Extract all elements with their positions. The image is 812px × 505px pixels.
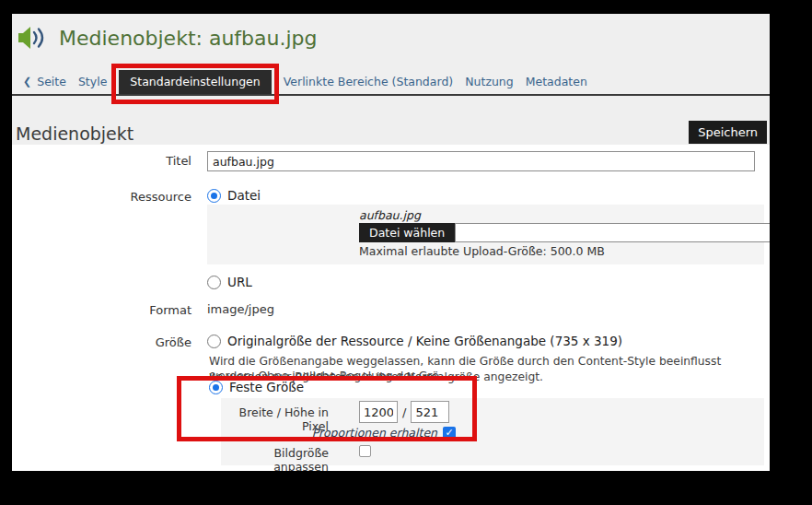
section-title: Medienobjekt xyxy=(16,123,133,144)
original-size-radio-label: Originalgröße der Ressource / Keine Größ… xyxy=(227,334,622,348)
check-icon: ✓ xyxy=(445,428,453,438)
proportions-checkbox[interactable]: ✓ xyxy=(443,427,456,440)
chevron-left-icon: ❮ xyxy=(23,70,31,94)
url-radio[interactable] xyxy=(207,276,221,289)
max-upload-note: Maximal erlaubte Upload-Größe: 500.0 MB xyxy=(359,244,605,258)
original-size-radio[interactable] xyxy=(207,335,221,348)
page-title: Medienobjekt: aufbau.jpg xyxy=(59,27,318,50)
url-radio-label: URL xyxy=(227,275,252,289)
format-value: image/jpeg xyxy=(207,302,274,316)
datei-radio[interactable] xyxy=(207,189,221,203)
file-input-box[interactable] xyxy=(455,223,770,242)
header-zone: Medienobjekt: aufbau.jpg ❮ Seite Style S… xyxy=(12,14,770,145)
resize-checkbox[interactable] xyxy=(359,445,371,457)
choose-file-button[interactable]: Datei wählen xyxy=(359,223,455,242)
tab-seite-label: Seite xyxy=(37,70,66,94)
tab-style-label: Style xyxy=(78,70,107,94)
tabbar: ❮ Seite Style Standardeinstellungen Verl… xyxy=(12,70,770,96)
app-header: Medienobjekt: aufbau.jpg xyxy=(17,25,318,51)
tab-verlinkte-bereiche[interactable]: Verlinkte Bereiche (Standard) xyxy=(284,70,453,94)
file-input: Datei wählen xyxy=(359,223,770,242)
resize-label: Bildgröße anpassen xyxy=(221,446,329,471)
datei-radio-label: Datei xyxy=(227,188,261,203)
dimensions-inputs: / xyxy=(359,401,449,423)
file-panel: aufbau.jpg Datei wählen Maximal erlaubte… xyxy=(207,205,764,264)
datei-radio-row: Datei xyxy=(207,188,261,203)
speaker-icon xyxy=(17,25,49,51)
titel-label: Titel xyxy=(12,154,191,168)
dimensions-separator: / xyxy=(402,405,406,419)
proportions-label: Proportionen erhalten xyxy=(312,426,437,440)
save-button[interactable]: Speichern xyxy=(689,121,767,144)
fixed-size-panel: Breite / Höhe in Pixel / Proportionen er… xyxy=(221,398,764,465)
tab-style[interactable]: Style xyxy=(78,70,107,94)
titel-input[interactable] xyxy=(207,151,755,171)
tab-standardeinstellungen[interactable]: Standardeinstellungen xyxy=(119,70,271,94)
fixed-size-radio-label: Feste Größe xyxy=(229,380,304,394)
page: Medienobjekt: aufbau.jpg ❮ Seite Style S… xyxy=(12,14,770,471)
tab-nutzung-label: Nutzung xyxy=(465,70,514,94)
tab-metadaten-label: Metadaten xyxy=(526,70,587,94)
tab-metadaten[interactable]: Metadaten xyxy=(526,70,587,94)
tab-verlinkte-bereiche-label: Verlinkte Bereiche (Standard) xyxy=(284,70,453,94)
screen: { "window": { "title": "Medienobjekt: au… xyxy=(0,0,812,505)
fixed-size-radio-row: Feste Größe xyxy=(209,380,304,394)
original-size-radio-row: Originalgröße der Ressource / Keine Größ… xyxy=(207,334,622,348)
format-label: Format xyxy=(12,303,191,317)
tab-nutzung[interactable]: Nutzung xyxy=(465,70,514,94)
height-input[interactable] xyxy=(411,401,449,423)
groesse-label: Größe xyxy=(12,335,191,349)
fixed-size-radio[interactable] xyxy=(209,381,223,394)
selected-filename: aufbau.jpg xyxy=(359,208,421,222)
tab-seite-back[interactable]: ❮ Seite xyxy=(23,70,66,94)
url-radio-row: URL xyxy=(207,275,252,289)
ressource-label: Ressource xyxy=(12,190,191,204)
proportions-row: Proportionen erhalten ✓ xyxy=(221,426,456,440)
width-input[interactable] xyxy=(359,401,398,423)
tab-standardeinstellungen-label: Standardeinstellungen xyxy=(130,70,260,94)
